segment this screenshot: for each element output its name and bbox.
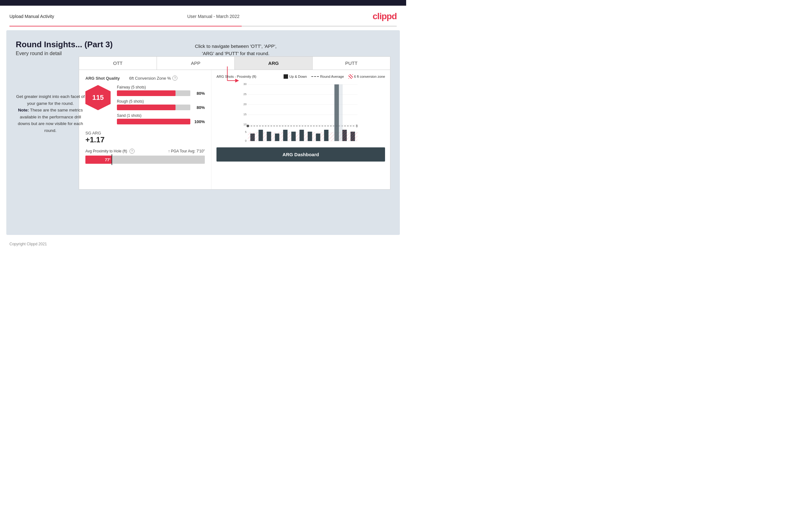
rough-pct: 80% xyxy=(193,105,205,110)
bars-section: Fairway (5 shots) 80% Rough (5 shots) xyxy=(117,85,205,127)
tab-arg[interactable]: ARG xyxy=(235,57,313,70)
right-panel: ARG Shots - Proximity (ft) Up & Down Rou… xyxy=(211,70,390,189)
svg-text:20: 20 xyxy=(243,103,246,106)
arg-dashboard-button[interactable]: ARG Dashboard xyxy=(216,148,385,162)
score-hexagon: 115 xyxy=(85,85,111,110)
proximity-bar-bg: 77' xyxy=(85,156,205,164)
proximity-cursor xyxy=(111,154,112,165)
svg-point-20 xyxy=(247,125,249,127)
legend-round-avg: Round Average xyxy=(311,75,344,78)
proximity-header: Avg Proximity to Hole (ft) ? ↑ PGA Tour … xyxy=(85,149,205,154)
rough-bar-fill xyxy=(117,105,175,110)
svg-rect-30 xyxy=(308,132,312,141)
clippd-logo: clippd xyxy=(373,11,397,21)
annotation-text: Click to navigate between 'OTT', 'APP', … xyxy=(195,43,277,57)
proximity-label: Avg Proximity to Hole (ft) ? xyxy=(85,149,135,154)
svg-text:10: 10 xyxy=(243,123,246,126)
sg-value: +1.17 xyxy=(85,135,205,144)
hexagon-area: 115 Fairway (5 shots) 80% xyxy=(85,85,205,127)
svg-rect-38 xyxy=(251,133,255,141)
shot-quality-header: ARG Shot Quality 6ft Conversion Zone % ? xyxy=(85,75,205,80)
card-area: OTT APP ARG PUTT ARG Shot Quality 6ft Co… xyxy=(79,56,391,189)
legend-up-down: Up & Down xyxy=(284,74,307,79)
header: Upload Manual Activity User Manual - Mar… xyxy=(0,6,406,26)
chart-title: ARG Shots - Proximity (ft) xyxy=(216,75,256,78)
chart-area: 30 25 20 15 10 5 0 xyxy=(216,81,385,144)
svg-text:5: 5 xyxy=(245,130,246,133)
fairway-label: Fairway (5 shots) xyxy=(117,85,205,90)
upload-manual-activity-link[interactable]: Upload Manual Activity xyxy=(9,14,54,19)
rough-bar-row: Rough (5 shots) 80% xyxy=(117,99,205,110)
footer: Copyright Clippd 2021 xyxy=(0,239,406,249)
document-title: User Manual - March 2022 xyxy=(187,14,240,19)
svg-rect-36 xyxy=(343,130,347,141)
card-body: ARG Shot Quality 6ft Conversion Zone % ?… xyxy=(79,70,391,189)
main-content: Round Insights... (Part 3) Every round i… xyxy=(6,30,400,235)
top-bar xyxy=(0,0,406,6)
svg-rect-31 xyxy=(316,133,320,141)
tab-putt[interactable]: PUTT xyxy=(313,57,390,70)
chart-svg: 30 25 20 15 10 5 0 xyxy=(216,81,385,144)
proximity-section: Avg Proximity to Hole (ft) ? ↑ PGA Tour … xyxy=(85,149,205,164)
left-panel: ARG Shot Quality 6ft Conversion Zone % ?… xyxy=(79,70,211,189)
rough-bar-bg xyxy=(117,105,190,110)
svg-text:0: 0 xyxy=(245,139,246,142)
legend-round-avg-label: Round Average xyxy=(320,75,344,78)
svg-rect-24 xyxy=(259,130,263,141)
pga-tour-avg: ↑ PGA Tour Avg: 7'10" xyxy=(168,149,205,153)
copyright-text: Copyright Clippd 2021 xyxy=(9,242,47,246)
help-icon[interactable]: ? xyxy=(172,75,177,80)
svg-rect-32 xyxy=(324,130,328,141)
sand-bar-bg xyxy=(117,119,190,124)
tab-ott[interactable]: OTT xyxy=(79,57,157,70)
svg-rect-25 xyxy=(267,132,271,141)
legend-hatched-icon xyxy=(349,74,353,79)
legend: Up & Down Round Average 6 ft conversion … xyxy=(284,74,385,79)
legend-dashed-icon xyxy=(311,76,319,77)
logo-area: clippd xyxy=(373,11,397,21)
sg-label: SG ARG xyxy=(85,131,205,135)
svg-text:15: 15 xyxy=(243,113,246,116)
fairway-bar-fill xyxy=(117,91,175,96)
fairway-bar-bg xyxy=(117,91,190,96)
legend-6ft-label: 6 ft conversion zone xyxy=(354,75,385,78)
svg-rect-27 xyxy=(283,130,288,141)
chart-header: ARG Shots - Proximity (ft) Up & Down Rou… xyxy=(216,74,385,79)
header-divider xyxy=(9,26,397,26)
shot-quality-label: ARG Shot Quality xyxy=(85,76,120,80)
proximity-bar-fill: 77' xyxy=(85,156,111,164)
sand-pct: 100% xyxy=(193,119,205,124)
svg-text:25: 25 xyxy=(243,93,246,96)
svg-rect-28 xyxy=(292,132,296,141)
sand-label: Sand (1 shots) xyxy=(117,113,205,118)
fairway-bar-row: Fairway (5 shots) 80% xyxy=(117,85,205,96)
svg-text:30: 30 xyxy=(243,82,246,86)
svg-rect-26 xyxy=(275,133,280,141)
svg-rect-33 xyxy=(335,84,339,141)
proximity-help-icon[interactable]: ? xyxy=(130,149,135,154)
tab-app[interactable]: APP xyxy=(157,57,235,70)
legend-6ft-zone: 6 ft conversion zone xyxy=(349,74,385,79)
hexagon-value: 115 xyxy=(92,94,104,102)
conversion-zone-label: 6ft Conversion Zone % ? xyxy=(129,75,177,80)
sand-bar-row: Sand (1 shots) 100% xyxy=(117,113,205,124)
svg-text:8: 8 xyxy=(356,124,358,128)
sand-bar-fill xyxy=(117,119,190,124)
fairway-pct: 80% xyxy=(193,91,205,96)
legend-up-down-label: Up & Down xyxy=(289,75,307,78)
proximity-value: 77' xyxy=(105,158,111,162)
svg-rect-37 xyxy=(351,132,355,141)
legend-box-icon xyxy=(284,74,288,79)
svg-rect-29 xyxy=(300,130,304,141)
sg-section: SG ARG +1.17 xyxy=(85,131,205,144)
rough-label: Rough (5 shots) xyxy=(117,99,205,104)
left-description: Get greater insight into each facet of y… xyxy=(16,93,85,134)
